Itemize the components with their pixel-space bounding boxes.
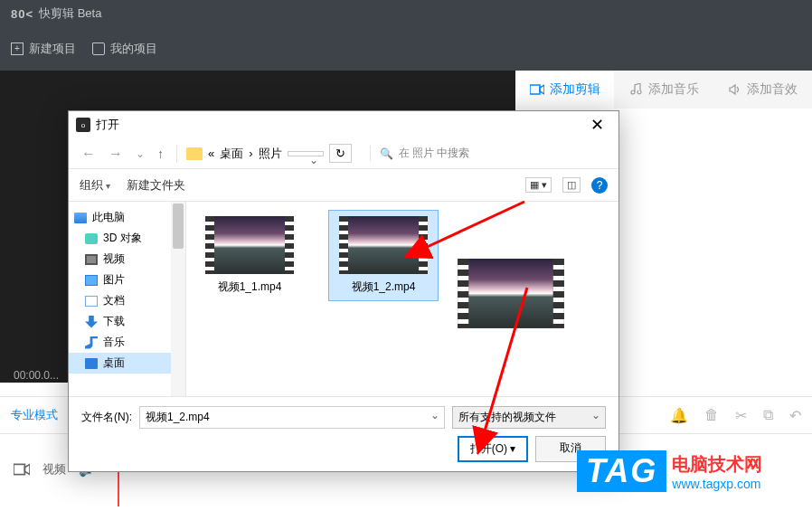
sfx-icon — [727, 83, 741, 96]
open-button[interactable]: 打开(O) ▾ — [458, 436, 528, 462]
trash-icon[interactable]: 🗑 — [704, 407, 719, 424]
app-logo: 80< — [11, 7, 33, 21]
sidebar-item-this-pc[interactable]: 此电脑 — [69, 207, 185, 228]
filename-label: 文件名(N): — [81, 410, 132, 425]
dialog-sidebar: 此电脑 3D 对象 视频 图片 文档 下载 音乐 桌面 — [69, 202, 186, 396]
preview-pane-button[interactable]: ◫ — [562, 177, 581, 193]
file-item[interactable]: 视频1_1.mp4 — [195, 211, 304, 300]
3d-icon — [85, 233, 98, 244]
sidebar-item-3d-objects[interactable]: 3D 对象 — [69, 228, 185, 249]
nav-forward-icon[interactable]: → — [105, 146, 127, 162]
downloads-icon — [85, 316, 98, 328]
dialog-footer: 文件名(N): 视频1_2.mp4 所有支持的视频文件 打开(O) ▾ 取消 — [69, 396, 618, 471]
tab-add-clip-label: 添加剪辑 — [550, 81, 600, 98]
watermark-line2: www.tagxp.com — [672, 477, 762, 491]
search-input[interactable]: 🔍 在 照片 中搜索 — [370, 146, 609, 161]
music-folder-icon — [85, 336, 98, 349]
nav-back-icon[interactable]: ← — [78, 146, 99, 162]
plus-icon: + — [11, 43, 24, 55]
search-icon: 🔍 — [380, 147, 393, 160]
filetype-select[interactable]: 所有支持的视频文件 — [452, 406, 606, 429]
watermark-tag: TAG — [577, 450, 666, 492]
tab-add-music[interactable]: 添加音乐 — [614, 71, 713, 109]
folder-icon — [92, 43, 105, 55]
dialog-body: 此电脑 3D 对象 视频 图片 文档 下载 音乐 桌面 视频1_1.mp4 视频… — [69, 202, 618, 396]
video-track-icon — [14, 463, 30, 476]
tab-add-clip[interactable]: 添加剪辑 — [515, 71, 614, 109]
video-folder-icon — [85, 254, 98, 265]
close-icon[interactable]: ✕ — [583, 115, 611, 135]
sidebar-item-downloads[interactable]: 下载 — [69, 311, 185, 332]
tab-add-music-label: 添加音乐 — [648, 81, 699, 98]
sidebar-item-documents[interactable]: 文档 — [69, 290, 185, 311]
documents-icon — [85, 296, 98, 307]
separator — [176, 145, 177, 163]
new-folder-button[interactable]: 新建文件夹 — [127, 177, 185, 194]
dialog-app-icon: o — [76, 118, 90, 132]
sidebar-item-music[interactable]: 音乐 — [69, 332, 185, 353]
watermark-line1: 电脑技术网 — [672, 452, 762, 477]
breadcrumb-dropdown[interactable] — [288, 151, 324, 156]
tab-add-sfx-label: 添加音效 — [747, 81, 798, 98]
video-thumbnail-icon — [205, 216, 294, 274]
nav-up-icon[interactable]: ↑ — [154, 147, 167, 161]
app-toolbar: + 新建项目 我的项目 — [0, 27, 812, 71]
video-clip-icon — [530, 83, 544, 96]
tab-add-sfx[interactable]: 添加音效 — [713, 71, 812, 109]
mode-tools: 🔔 🗑 ✂ ⧉ ↶ — [670, 407, 801, 424]
app-title: 快剪辑 Beta — [39, 5, 101, 22]
drag-preview — [458, 259, 564, 335]
undo-icon[interactable]: ↶ — [789, 407, 801, 424]
svg-rect-1 — [14, 464, 24, 474]
breadcrumb-sep: › — [249, 147, 252, 160]
dialog-titlebar: o 打开 ✕ — [69, 111, 618, 138]
time-display: 00:00.0... — [14, 369, 59, 382]
file-list[interactable]: 视频1_1.mp4 视频1_2.mp4 — [186, 202, 618, 396]
scrollbar[interactable] — [171, 202, 185, 396]
watermark: TAG 电脑技术网 www.tagxp.com — [577, 450, 762, 492]
dialog-nav: ← → ⌄ ↑ « 桌面 › 照片 ↻ 🔍 在 照片 中搜索 — [69, 138, 618, 169]
desktop-icon — [85, 358, 98, 369]
pc-icon — [74, 213, 87, 223]
search-placeholder: 在 照片 中搜索 — [399, 146, 470, 161]
organize-button[interactable]: 组织 — [80, 177, 110, 194]
my-projects-label: 我的项目 — [110, 41, 157, 57]
refresh-icon[interactable]: ↻ — [329, 144, 352, 163]
folder-icon — [186, 147, 203, 160]
sidebar-item-desktop[interactable]: 桌面 — [69, 353, 185, 374]
breadcrumb-folder[interactable]: 照片 — [259, 146, 282, 162]
sidebar-item-videos[interactable]: 视频 — [69, 249, 185, 270]
dialog-toolbar: 组织 新建文件夹 ▦ ▾ ◫ ? — [69, 169, 618, 202]
new-project-label: 新建项目 — [29, 41, 76, 57]
breadcrumb-sep: « — [208, 147, 214, 160]
video-track-label: 视频 — [42, 461, 66, 478]
new-project-button[interactable]: + 新建项目 — [11, 41, 76, 57]
video-thumbnail-icon — [339, 216, 428, 274]
music-icon — [628, 83, 643, 96]
scissors-icon[interactable]: ✂ — [735, 407, 747, 424]
app-titlebar: 80< 快剪辑 Beta — [0, 0, 812, 27]
file-item-selected[interactable]: 视频1_2.mp4 — [329, 211, 438, 300]
my-projects-button[interactable]: 我的项目 — [92, 41, 157, 57]
filename-input[interactable]: 视频1_2.mp4 — [139, 406, 445, 429]
dialog-title: 打开 — [96, 117, 119, 133]
pro-mode-link[interactable]: 专业模式 — [11, 407, 58, 423]
file-name: 视频1_2.mp4 — [335, 279, 432, 295]
breadcrumb-desktop[interactable]: 桌面 — [220, 146, 243, 162]
pictures-icon — [85, 275, 98, 286]
bell-icon[interactable]: 🔔 — [670, 407, 688, 424]
view-mode-dropdown[interactable]: ▦ ▾ — [525, 177, 552, 193]
help-icon[interactable]: ? — [591, 177, 608, 194]
copy-icon[interactable]: ⧉ — [763, 407, 773, 424]
svg-rect-0 — [530, 85, 540, 94]
nav-history-icon[interactable]: ⌄ — [132, 147, 148, 160]
sidebar-item-pictures[interactable]: 图片 — [69, 270, 185, 290]
file-name: 视频1_1.mp4 — [201, 279, 298, 295]
file-open-dialog: o 打开 ✕ ← → ⌄ ↑ « 桌面 › 照片 ↻ 🔍 在 照片 中搜索 组织… — [68, 110, 619, 472]
